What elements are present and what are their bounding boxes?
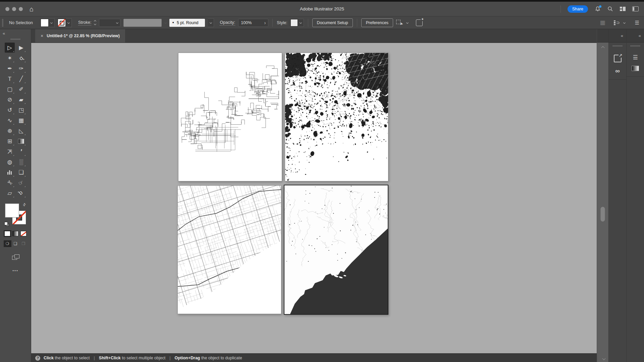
control-bar-menu-icon[interactable]: ☰ <box>635 20 639 25</box>
stroke-label[interactable]: Stroke: <box>78 20 92 25</box>
panel-layout-icon[interactable] <box>632 6 639 11</box>
canvas-area[interactable] <box>31 43 597 353</box>
artboard-landcover-speckle-map[interactable] <box>285 53 388 181</box>
artboard-water-shoreline-map[interactable] <box>284 185 388 315</box>
gradient-button[interactable] <box>12 230 19 237</box>
search-icon[interactable] <box>607 6 613 12</box>
tool-direct-selection[interactable]: ▶ <box>16 43 26 53</box>
tool-perspective-grid[interactable]: ◺ <box>16 126 26 136</box>
opacity-more-chevron[interactable]: › <box>264 20 266 25</box>
document-setup-button[interactable]: Document Setup <box>312 18 353 27</box>
brush-definition-field[interactable]: ● 5 pt. Round <box>169 19 205 27</box>
scroll-up-arrow[interactable] <box>601 46 604 50</box>
tool-column-graph[interactable] <box>5 167 15 177</box>
tab-close-icon[interactable]: × <box>41 34 43 38</box>
tool-eraser[interactable]: ▰ <box>16 95 26 105</box>
tool-line-segment[interactable]: ╱ <box>16 74 26 84</box>
tools-grip[interactable] <box>11 39 20 40</box>
graphic-style-control[interactable] <box>290 19 304 27</box>
gradient-panel-icon[interactable] <box>632 66 639 71</box>
tool-paintbrush[interactable]: ✐ <box>16 84 26 94</box>
tool-scale[interactable]: ◳ <box>16 105 26 115</box>
preferences-button[interactable]: Preferences <box>361 18 393 27</box>
arrange-chevron[interactable] <box>623 21 626 24</box>
links-panel-icon[interactable]: ∞ <box>615 68 620 74</box>
stroke-weight-stepper[interactable] <box>94 20 96 25</box>
tool-shaper[interactable]: ⊘ <box>5 95 15 105</box>
tool-magic-wand[interactable]: ✶ <box>5 53 15 63</box>
minimize-window-button[interactable] <box>12 7 16 11</box>
arrange-icon[interactable]: ⊃ <box>614 20 620 25</box>
close-window-button[interactable] <box>5 7 9 11</box>
tool-mesh[interactable]: ⊞ <box>5 136 15 146</box>
tool-selection[interactable]: ▷ <box>5 43 15 53</box>
properties-panel-icon[interactable]: ☰ <box>633 55 638 60</box>
notifications-bell-icon[interactable] <box>595 6 601 12</box>
fill-indicator[interactable] <box>5 203 19 218</box>
stroke-weight-field[interactable] <box>99 19 120 27</box>
scrollbar-thumb[interactable] <box>601 207 605 222</box>
opacity-label[interactable]: Opacity: <box>220 20 235 25</box>
tool-artboard[interactable]: ❏ <box>16 167 26 177</box>
tool-shape-builder[interactable]: ⊕ <box>5 126 15 136</box>
tool-print-tiling[interactable]: ▱ <box>5 188 15 198</box>
generative-export-icon[interactable]: ✦ <box>416 19 423 26</box>
draw-behind-button[interactable]: ❏ <box>12 240 19 247</box>
fill-swatch[interactable] <box>41 19 49 27</box>
tool-rotate[interactable]: ↺ <box>5 105 15 115</box>
tool-blend[interactable]: ◍ <box>5 157 15 167</box>
tool-type[interactable]: T <box>5 74 15 84</box>
tool-slice[interactable]: ✄ <box>5 178 15 188</box>
tool-symbol-sprayer[interactable]: ░ <box>16 157 26 167</box>
tool-rectangle[interactable]: ▢ <box>5 84 15 94</box>
align-options-icon[interactable]: ▦ <box>600 20 605 25</box>
panel-grip[interactable] <box>613 45 622 47</box>
select-similar-icon[interactable]: ➤ <box>396 20 404 26</box>
none-button[interactable] <box>20 230 28 237</box>
width-profile-chevron[interactable] <box>164 21 167 24</box>
workspace-switcher-icon[interactable] <box>620 7 626 11</box>
share-button[interactable]: Share <box>568 5 588 13</box>
tools-collapse-icon[interactable]: « <box>3 31 5 36</box>
tool-lasso[interactable]: ɋ <box>16 53 26 63</box>
opacity-field[interactable]: 100% › <box>238 19 268 27</box>
home-icon[interactable]: ⌂ <box>30 6 34 12</box>
help-icon[interactable]: ? <box>35 356 40 361</box>
panel-collapse-icon[interactable]: « <box>621 34 623 38</box>
stroke-none-swatch[interactable] <box>58 19 66 27</box>
export-panel-icon[interactable]: ↗ <box>614 55 622 62</box>
tool-zoom[interactable]: ɋ <box>16 188 26 198</box>
artboard-transit-roads-map[interactable] <box>178 53 282 181</box>
width-profile-dropdown[interactable] <box>123 19 162 27</box>
style-dropdown-button[interactable] <box>298 19 304 27</box>
tool-free-transform[interactable]: ▦ <box>16 115 26 125</box>
tool-measure[interactable]: ⇲ <box>5 146 15 157</box>
edit-toolbar-icon[interactable]: ••• <box>12 268 18 273</box>
draw-inside-button[interactable]: ❐ <box>20 240 28 247</box>
artboard-street-grid-map[interactable] <box>177 185 281 314</box>
screen-mode-icon[interactable] <box>12 254 19 260</box>
tool-pen[interactable]: ✒ <box>5 63 15 73</box>
stroke-dropdown-button[interactable] <box>66 18 72 27</box>
swap-fill-stroke-icon[interactable]: ⇄ <box>22 202 26 207</box>
tool-width[interactable]: ∿ <box>5 115 15 125</box>
panel-collapse-icon[interactable]: « <box>639 34 641 38</box>
tool-gradient[interactable] <box>16 136 26 146</box>
zoom-window-button[interactable] <box>19 7 23 11</box>
draw-normal-button[interactable]: ❍ <box>4 240 11 247</box>
stroke-color-control[interactable] <box>58 18 72 27</box>
document-tab[interactable]: × Untitled-1* @ 22.85 % (RGB/Preview) <box>35 29 125 43</box>
controlbar-grip[interactable] <box>2 19 3 26</box>
select-similar-chevron[interactable] <box>406 21 409 24</box>
fill-dropdown-button[interactable] <box>49 18 55 27</box>
tool-curvature[interactable]: ✑ <box>16 63 26 73</box>
style-swatch[interactable] <box>290 19 298 26</box>
tool-hand[interactable]: ☞ <box>16 178 26 188</box>
color-button[interactable] <box>4 230 11 237</box>
vertical-scrollbar[interactable] <box>597 29 608 362</box>
fill-color-control[interactable] <box>41 18 55 27</box>
fill-stroke-indicator[interactable]: ⇄ <box>4 203 26 227</box>
tool-eyedropper[interactable]: ❜ <box>16 146 26 157</box>
default-fill-stroke-icon[interactable] <box>4 222 9 226</box>
scroll-down-arrow[interactable] <box>602 357 606 360</box>
